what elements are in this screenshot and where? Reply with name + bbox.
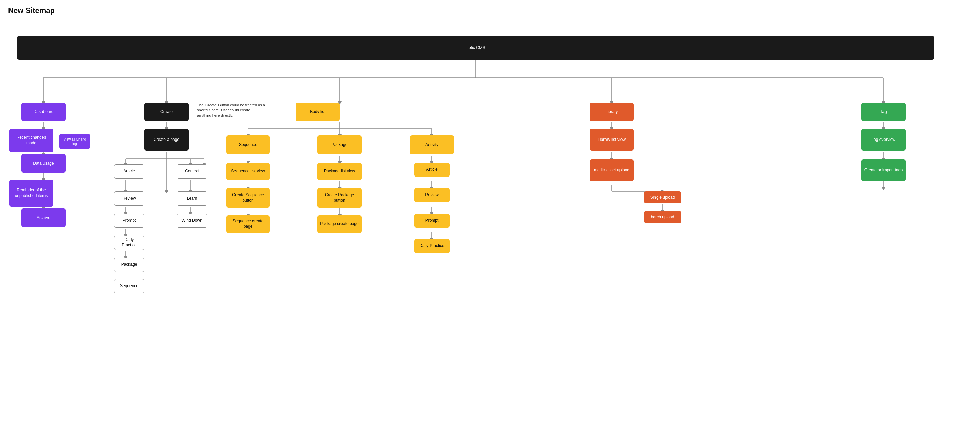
create-import-tags-node[interactable]: Create or import tags: [861, 159, 905, 181]
create-seq-btn[interactable]: Create Sequence button: [226, 188, 270, 208]
batch-upload-node[interactable]: batch upload: [644, 211, 681, 223]
create-note: The 'Create' Button could be treated as …: [197, 103, 265, 118]
context-node[interactable]: Context: [177, 164, 207, 179]
sequence-node[interactable]: Sequence: [114, 279, 145, 293]
pkg-node[interactable]: Package: [317, 135, 361, 154]
pkg-list-view[interactable]: Package list view: [317, 163, 361, 180]
act-prompt-node[interactable]: Prompt: [414, 214, 450, 228]
article-node[interactable]: Article: [114, 164, 145, 179]
activity-node[interactable]: Activity: [410, 135, 454, 154]
tag-node[interactable]: Tag: [861, 103, 905, 121]
act-daily-node[interactable]: Daily Practice: [414, 239, 450, 253]
act-review-node[interactable]: Review: [414, 188, 450, 202]
daily-practice-node[interactable]: Daily Practice: [114, 236, 145, 250]
single-upload-node[interactable]: Single upload: [644, 192, 681, 203]
page-title: New Sitemap: [0, 0, 980, 18]
seq-node[interactable]: Sequence: [226, 135, 270, 154]
create-node[interactable]: Create: [145, 103, 189, 121]
wind-down-node[interactable]: Wind Down: [177, 214, 207, 228]
pkg-create-page[interactable]: Package create page: [317, 215, 361, 233]
learn-node[interactable]: Learn: [177, 192, 207, 206]
create-a-page-node[interactable]: Create a page: [145, 128, 189, 151]
act-article-node[interactable]: Article: [414, 163, 450, 177]
package-node[interactable]: Package: [114, 258, 145, 272]
archive-node[interactable]: Archive: [21, 208, 65, 227]
review-node[interactable]: Review: [114, 192, 145, 206]
view-changelog-node[interactable]: View all Chang log: [59, 134, 90, 149]
tag-overview-node[interactable]: Tag overview: [861, 128, 905, 151]
reminder-node[interactable]: Reminder of the unpublished items: [9, 179, 53, 207]
prompt-node[interactable]: Prompt: [114, 214, 145, 228]
seq-create-page[interactable]: Sequence create page: [226, 215, 270, 233]
recent-changes-node[interactable]: Recent changes made: [9, 128, 53, 152]
lib-list-view-node[interactable]: Library list view: [590, 128, 634, 151]
seq-list-view[interactable]: Sequence list view: [226, 163, 270, 180]
header-bar: Lotic CMS: [17, 36, 934, 60]
data-usage-node[interactable]: Data usage: [21, 154, 65, 173]
dashboard-node[interactable]: Dashboard: [21, 103, 65, 121]
create-pkg-btn[interactable]: Create Package button: [317, 188, 361, 208]
library-node[interactable]: Library: [590, 103, 634, 121]
media-upload-node[interactable]: media asset upload: [590, 159, 634, 181]
body-list-node[interactable]: Body list: [296, 103, 340, 121]
sitemap-canvas: Lotic CMS Dashboard Recent changes made …: [0, 18, 951, 425]
